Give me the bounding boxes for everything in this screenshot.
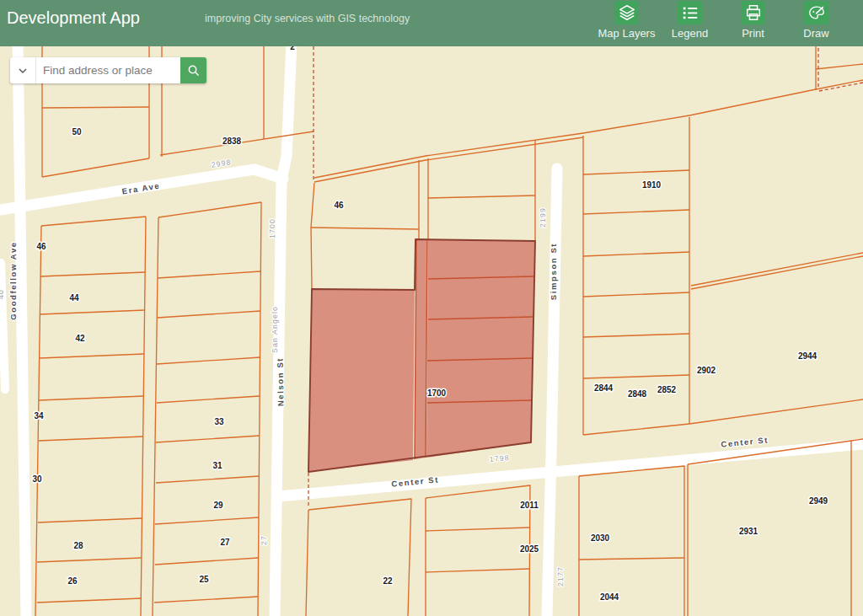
parcel-label: 26: [67, 576, 78, 586]
parcel-label: 2: [290, 46, 295, 51]
parcel-label: 2025: [520, 544, 539, 554]
parcel-label: 25: [199, 575, 209, 584]
parcel-label: 50: [72, 127, 82, 137]
search-dropdown-button[interactable]: [10, 57, 36, 83]
search-icon: [187, 64, 201, 78]
parcel-label: 30: [32, 474, 42, 484]
legend-icon: [681, 3, 700, 22]
address-label: 2177: [556, 566, 565, 587]
map-layers-button[interactable]: Map Layers: [595, 0, 658, 46]
legend-button[interactable]: Legend: [658, 0, 721, 46]
print-button[interactable]: Print: [721, 0, 785, 46]
app-header: Development App improving City services …: [0, 0, 863, 46]
parcel-label: 28: [73, 541, 83, 550]
address-label: 40: [0, 289, 5, 299]
draw-icon: [807, 3, 826, 22]
street-label: Goodfellow Ave: [8, 241, 18, 319]
print-icon: [744, 3, 763, 22]
highlighted-parcel[interactable]: [426, 239, 535, 458]
app-title: Development App: [7, 8, 140, 28]
parcel-label: 42: [75, 334, 85, 343]
parcel-label: 2931: [739, 527, 758, 536]
address-label: 1700: [268, 218, 276, 238]
search-bar: [10, 57, 206, 83]
parcel-label: 2838: [222, 137, 242, 146]
parcel-label: 44: [69, 293, 79, 303]
street-west-sliver: [1, 263, 5, 389]
parcel-label: 1700: [427, 388, 447, 398]
parcel-label: 2944: [798, 351, 817, 361]
highlighted-parcel[interactable]: [308, 289, 415, 472]
parcel-label: 46: [334, 201, 344, 210]
address-label: San Angelo: [271, 306, 279, 353]
street-label: Simpson St: [549, 243, 558, 300]
parcel-label: 2030: [591, 533, 610, 543]
parcel-label: 46: [36, 242, 46, 251]
parcel-label: 34: [34, 411, 44, 420]
parcel-label: 1910: [642, 180, 662, 190]
street-label: Nelson St: [275, 357, 285, 406]
parcel-label: 29: [213, 501, 223, 510]
parcel-label: 2852: [657, 385, 677, 394]
parcel-label: 33: [214, 417, 224, 426]
map-canvas[interactable]: 5028382461910464442343028263331292725294…: [0, 46, 863, 616]
toolbar: Map Layers Legend Print Draw: [595, 0, 848, 46]
parcel-label: 31: [212, 461, 222, 470]
app-subtitle: improving City services with GIS technol…: [205, 13, 410, 24]
development-app: Development App improving City services …: [0, 0, 863, 616]
search-button[interactable]: [180, 57, 206, 83]
layers-icon: [618, 3, 636, 22]
parcel-label: 2844: [594, 383, 614, 393]
search-input[interactable]: [36, 57, 180, 83]
address-label: 2199: [539, 207, 547, 228]
parcel-label: 2848: [628, 389, 647, 399]
parcel-label: 2044: [600, 592, 619, 602]
parcel-label: 22: [383, 576, 393, 586]
parcel-label: 2949: [809, 496, 828, 506]
address-label: 27: [260, 535, 268, 545]
parcel-label: 2902: [697, 366, 716, 375]
chevron-down-icon: [18, 66, 28, 76]
parcel-label: 27: [220, 538, 230, 547]
parcel-label: 2011: [520, 501, 539, 510]
draw-button[interactable]: Draw: [785, 0, 848, 46]
